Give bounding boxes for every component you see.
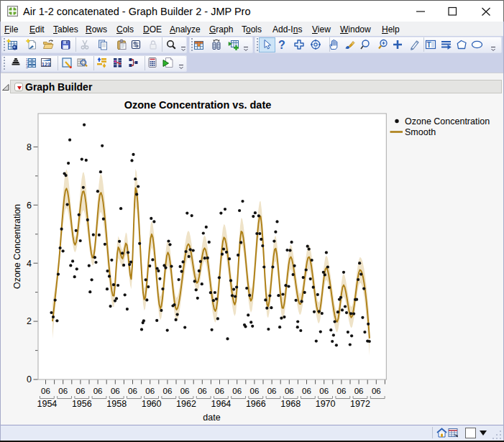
svg-text:3: 3 bbox=[26, 65, 28, 69]
svg-text:2: 2 bbox=[27, 316, 32, 326]
svg-text:06: 06 bbox=[215, 387, 224, 395]
svg-text:06: 06 bbox=[41, 387, 50, 395]
svg-text:06: 06 bbox=[128, 387, 137, 395]
svg-text:06: 06 bbox=[93, 387, 103, 395]
svg-text:06: 06 bbox=[163, 387, 173, 395]
svg-text:8: 8 bbox=[27, 142, 32, 152]
svg-text:Ozone Concentration vs. date: Ozone Concentration vs. date bbox=[124, 99, 272, 111]
svg-text:1960: 1960 bbox=[142, 399, 162, 409]
svg-text:06: 06 bbox=[319, 387, 329, 395]
svg-text:06: 06 bbox=[354, 387, 364, 395]
svg-text:06: 06 bbox=[337, 387, 347, 395]
svg-text:06: 06 bbox=[198, 387, 207, 395]
svg-text:06: 06 bbox=[250, 387, 260, 395]
svg-text:Smooth: Smooth bbox=[405, 127, 436, 137]
svg-text:06: 06 bbox=[232, 387, 242, 395]
svg-text:06: 06 bbox=[58, 387, 68, 395]
svg-text:1954: 1954 bbox=[37, 399, 57, 409]
svg-text:06: 06 bbox=[267, 387, 277, 395]
svg-text:1964: 1964 bbox=[211, 399, 231, 409]
svg-text:123: 123 bbox=[42, 61, 51, 68]
svg-text:06: 06 bbox=[372, 387, 381, 395]
svg-text:4: 4 bbox=[27, 259, 32, 269]
svg-text:06: 06 bbox=[145, 387, 155, 395]
svg-text:06: 06 bbox=[76, 387, 86, 395]
svg-text:1958: 1958 bbox=[106, 399, 127, 409]
svg-text:Ozone Concentration: Ozone Concentration bbox=[405, 116, 490, 126]
svg-text:1962: 1962 bbox=[176, 399, 196, 409]
svg-text:06: 06 bbox=[285, 387, 294, 395]
svg-text:1956: 1956 bbox=[72, 399, 92, 409]
svg-text:1966: 1966 bbox=[246, 399, 266, 409]
svg-text:6: 6 bbox=[27, 201, 32, 211]
svg-text:1972: 1972 bbox=[350, 399, 370, 409]
svg-text:06: 06 bbox=[111, 387, 120, 395]
svg-text:06: 06 bbox=[180, 387, 190, 395]
svg-text:0: 0 bbox=[27, 374, 32, 385]
svg-text:date: date bbox=[203, 413, 220, 423]
svg-text:06: 06 bbox=[302, 387, 311, 395]
svg-text:T: T bbox=[426, 41, 431, 49]
svg-text:?: ? bbox=[278, 39, 285, 50]
svg-text:1968: 1968 bbox=[280, 399, 301, 409]
svg-text:1970: 1970 bbox=[316, 399, 336, 409]
svg-text:Ozone Concentration: Ozone Concentration bbox=[12, 204, 22, 289]
